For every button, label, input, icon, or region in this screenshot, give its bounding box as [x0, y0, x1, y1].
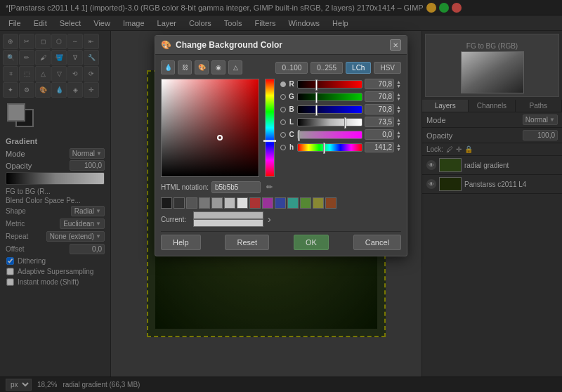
html-notation-row: HTML notation: ✏ — [161, 181, 401, 193]
slider-l-track[interactable] — [297, 118, 362, 126]
hue-slider-thumb — [263, 140, 276, 142]
slider-b-track[interactable] — [297, 105, 362, 114]
swatch-olive[interactable] — [313, 197, 324, 209]
slider-c-input[interactable] — [365, 129, 394, 140]
slider-c-thumb — [298, 130, 300, 141]
slider-h-radio[interactable] — [280, 145, 286, 150]
slider-g-input[interactable] — [365, 91, 394, 102]
slider-h-row: h ▲ ▼ — [280, 142, 401, 152]
dialog-close-button[interactable]: ✕ — [390, 39, 401, 51]
slider-r-row: R ▲ ▼ — [280, 79, 401, 89]
slider-r-down[interactable]: ▼ — [396, 84, 401, 89]
hue-slider[interactable] — [265, 79, 275, 177]
range-0-255-tab[interactable]: 0..255 — [311, 62, 343, 74]
picker-main: R ▲ ▼ G — [161, 79, 401, 177]
slider-l-down[interactable]: ▼ — [396, 122, 401, 126]
lch-tab[interactable]: LCh — [346, 62, 371, 74]
slider-h-track[interactable] — [297, 143, 362, 152]
old-color-preview — [193, 219, 263, 227]
slider-h-thumb — [323, 143, 325, 154]
slider-l-radio[interactable] — [280, 119, 286, 125]
hsv-tab[interactable]: HSV — [374, 62, 401, 74]
dialog-overlay: 🎨 Change Background Color ✕ 💧 ⛓ 🎨 ◉ △ 0.… — [0, 0, 562, 392]
slider-h-input[interactable] — [365, 142, 394, 152]
sliders-area: R ▲ ▼ G — [280, 79, 401, 177]
slider-c-down[interactable]: ▼ — [396, 135, 401, 139]
swatch-blue[interactable] — [275, 197, 286, 209]
palette-icon-btn[interactable]: 🎨 — [195, 60, 209, 74]
slider-c-label: C — [288, 131, 295, 138]
slider-l-thumb — [344, 117, 346, 129]
ok-button[interactable]: OK — [294, 235, 329, 250]
slider-r-radio[interactable] — [280, 81, 286, 87]
preview-arrow: › — [268, 214, 271, 225]
color-dialog: 🎨 Change Background Color ✕ 💧 ⛓ 🎨 ◉ △ 0.… — [155, 35, 407, 256]
preview-row: Current: › — [161, 211, 401, 227]
slider-h-label: h — [288, 143, 295, 151]
slider-c-track[interactable] — [297, 131, 362, 139]
swatch-teal[interactable] — [287, 197, 299, 209]
slider-c-arrows: ▲ ▼ — [396, 131, 401, 139]
hs-cursor — [217, 135, 223, 141]
dialog-titlebar: 🎨 Change Background Color ✕ — [155, 36, 407, 55]
triangle-icon-btn[interactable]: △ — [228, 60, 242, 74]
swatch-black[interactable] — [161, 197, 172, 209]
slider-b-input[interactable] — [365, 104, 394, 115]
slider-r-track[interactable] — [297, 80, 362, 89]
html-notation-label: HTML notation: — [161, 183, 209, 191]
slider-c-row: C ▲ ▼ — [280, 129, 401, 140]
slider-b-down[interactable]: ▼ — [396, 110, 401, 114]
eyedropper-icon-btn[interactable]: 💧 — [161, 60, 175, 74]
swatch-purple[interactable] — [262, 197, 273, 209]
html-notation-edit-button[interactable]: ✏ — [263, 182, 275, 193]
swatch-midgray[interactable] — [199, 197, 210, 209]
html-notation-input[interactable] — [211, 181, 261, 193]
color-swatches — [161, 197, 401, 209]
slider-b-radio[interactable] — [280, 107, 286, 112]
swatch-silver[interactable] — [224, 197, 235, 209]
help-button[interactable]: Help — [161, 235, 201, 250]
slider-g-arrows: ▲ ▼ — [396, 93, 401, 101]
dialog-title: 🎨 Change Background Color — [161, 40, 282, 50]
slider-h-arrows: ▲ ▼ — [396, 143, 401, 152]
slider-r-label: R — [288, 80, 295, 88]
slider-c-radio[interactable] — [280, 132, 286, 138]
swatch-whitish[interactable] — [237, 197, 248, 209]
slider-g-thumb — [315, 92, 318, 103]
swatch-red[interactable] — [249, 197, 261, 209]
slider-r-input[interactable] — [365, 79, 394, 89]
dialog-body: 💧 ⛓ 🎨 ◉ △ 0..100 0..255 LCh HSV — [155, 55, 407, 256]
current-label: Current: — [161, 216, 189, 223]
slider-l-input[interactable] — [365, 117, 394, 127]
hs-square[interactable] — [161, 79, 259, 177]
range-0-100-tab[interactable]: 0..100 — [275, 62, 308, 74]
swatch-brown[interactable] — [325, 197, 336, 209]
slider-r-arrows: ▲ ▼ — [396, 80, 401, 89]
dialog-icon: 🎨 — [161, 40, 171, 50]
slider-g-down[interactable]: ▼ — [396, 97, 401, 101]
cancel-button[interactable]: Cancel — [353, 235, 401, 250]
swatch-gray[interactable] — [186, 197, 197, 209]
swatch-darkgray[interactable] — [174, 197, 185, 209]
slider-g-track[interactable] — [297, 93, 362, 101]
current-color-preview — [193, 211, 263, 219]
picker-icons-row: 💧 ⛓ 🎨 ◉ △ 0..100 0..255 LCh HSV — [161, 60, 401, 74]
slider-b-thumb — [315, 105, 318, 116]
slider-g-label: G — [288, 93, 295, 100]
slider-l-row: L ▲ ▼ — [280, 117, 401, 127]
slider-b-row: B ▲ ▼ — [280, 104, 401, 115]
slider-l-label: L — [288, 118, 295, 126]
slider-h-down[interactable]: ▼ — [396, 148, 401, 152]
swatch-lightgray[interactable] — [211, 197, 223, 209]
swatch-green[interactable] — [300, 197, 311, 209]
slider-g-row: G ▲ ▼ — [280, 91, 401, 102]
slider-l-arrows: ▲ ▼ — [396, 118, 401, 126]
slider-r-thumb — [315, 79, 318, 91]
hue-icon-btn[interactable]: ◉ — [211, 60, 226, 74]
slider-g-radio[interactable] — [280, 94, 286, 100]
hs-gradient — [162, 79, 259, 176]
reset-button[interactable]: Reset — [225, 235, 269, 250]
slider-b-arrows: ▲ ▼ — [396, 105, 401, 114]
chain-icon-btn[interactable]: ⛓ — [178, 60, 192, 74]
dialog-buttons: Help Reset OK Cancel — [161, 231, 401, 250]
